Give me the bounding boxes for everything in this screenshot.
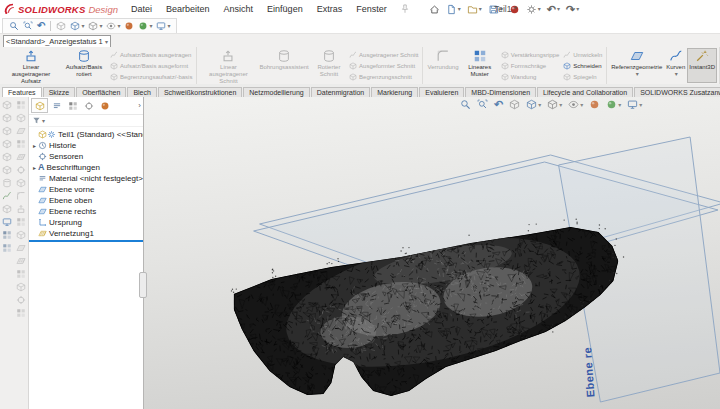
tab-datenmigration[interactable]: Datenmigration	[311, 87, 370, 97]
zoom-fit-button[interactable]	[7, 21, 21, 31]
docked-tool-icon[interactable]	[16, 217, 26, 227]
tree-item-ursprung[interactable]: Ursprung	[29, 217, 143, 228]
docked-tool-icon[interactable]	[2, 126, 12, 136]
docked-tool-icon[interactable]	[2, 165, 12, 175]
docked-tool-icon[interactable]	[16, 191, 26, 201]
section-view-button[interactable]	[506, 99, 523, 110]
tab-solidworks-zusatzanwendungen[interactable]: SOLIDWORKS Zusatzanwendungen	[634, 87, 720, 97]
swept-boss-button[interactable]: Aufsatz/Basis ausgetragen	[110, 51, 192, 59]
expand-arrow-icon[interactable]: ▸	[31, 142, 38, 149]
previous-view-button[interactable]: ↶	[35, 21, 47, 31]
displaymanager-tab[interactable]	[97, 99, 112, 112]
tab-schweißkonstruktionen[interactable]: Schweißkonstruktionen	[158, 87, 242, 97]
menu-fenster[interactable]: Fenster	[349, 4, 394, 14]
docked-tool-icon[interactable]	[2, 152, 12, 162]
revolved-cut-button[interactable]: Rotierter Schnitt	[311, 48, 347, 83]
zoom-area-button[interactable]	[474, 99, 491, 110]
graphics-viewport[interactable]: Ebene re ↶▾▾▾▾▾	[144, 97, 720, 409]
tree-item-ebene[interactable]: Ebene vorne	[29, 184, 143, 195]
tree-item-material[interactable]: Material <nicht festgelegt>	[29, 173, 143, 184]
sketch-tool-icon[interactable]	[2, 191, 12, 201]
docked-tool-icon[interactable]	[16, 230, 26, 240]
tree-item-ebene[interactable]: Ebene rechts	[29, 206, 143, 217]
tab-netzmodellierung[interactable]: Netzmodellierung	[243, 87, 309, 97]
docked-tool-icon[interactable]	[2, 204, 12, 214]
docked-tool-icon[interactable]	[16, 282, 26, 292]
docked-tool-icon[interactable]	[16, 100, 26, 110]
apply-scene-button[interactable]: ▾	[136, 21, 154, 31]
hole-wizard-button[interactable]: Bohrungsassistent	[257, 48, 310, 83]
revolved-boss-button[interactable]: Aufsatz/Basis rotiert	[60, 48, 108, 83]
docked-tool-icon[interactable]	[16, 178, 26, 188]
tree-item-beschriftungen[interactable]: ▸ABeschriftungen	[29, 162, 143, 173]
shell-button[interactable]: Wandung	[501, 73, 559, 81]
docked-tool-icon[interactable]	[2, 230, 12, 240]
screen-capture-icon[interactable]	[2, 217, 12, 227]
curves-button[interactable]: Kurven▾	[664, 48, 687, 83]
docked-tool-icon[interactable]	[16, 204, 26, 214]
reference-geometry-button[interactable]: Referenzgeometrie▾	[609, 48, 664, 83]
configurationmanager-tab[interactable]	[65, 99, 80, 112]
pin-menu-icon[interactable]	[400, 4, 410, 14]
docked-tool-icon[interactable]	[2, 178, 12, 188]
rollback-bar[interactable]	[29, 240, 143, 242]
tree-item-ebene[interactable]: Ebene oben	[29, 195, 143, 206]
docked-tool-icon[interactable]	[16, 126, 26, 136]
docked-tool-icon[interactable]	[16, 256, 26, 266]
tab-evaluieren[interactable]: Evaluieren	[419, 87, 464, 97]
lofted-cut-button[interactable]: Ausgeformter Schnitt	[349, 62, 418, 70]
docked-tool-icon[interactable]	[16, 269, 26, 279]
undo-button[interactable]: ↶▾	[544, 3, 563, 16]
mirror-button[interactable]: Spiegeln	[563, 73, 602, 81]
tree-filter[interactable]: ▾	[29, 115, 143, 127]
docked-tool-icon[interactable]	[2, 100, 12, 110]
view-orientation-button[interactable]: ▾	[523, 99, 544, 110]
expand-tabs-icon[interactable]: ›	[138, 101, 141, 110]
dimxpertmanager-tab[interactable]	[81, 99, 96, 112]
docked-tool-icon[interactable]	[16, 243, 26, 253]
docked-tool-icon[interactable]	[16, 165, 26, 175]
new-document-button[interactable]: ▾	[443, 3, 464, 16]
wrap-button[interactable]: Umwickeln	[563, 51, 602, 59]
tree-item-vernetzung1[interactable]: Vernetzung1	[29, 228, 143, 239]
docked-tool-icon[interactable]	[2, 113, 12, 123]
display-style-button[interactable]: ▾	[86, 21, 104, 31]
tab-blech[interactable]: Blech	[127, 87, 157, 97]
apply-scene-button[interactable]: ▾	[603, 99, 624, 110]
menu-bearbeiten[interactable]: Bearbeiten	[159, 4, 217, 14]
docked-tool-icon[interactable]	[16, 152, 26, 162]
extruded-boss-button[interactable]: Linear ausgetragener Aufsatz	[2, 48, 60, 83]
menu-extras[interactable]: Extras	[310, 4, 350, 14]
linear-pattern-button[interactable]: Lineares Muster	[461, 48, 499, 83]
section-view-button[interactable]	[54, 21, 68, 31]
hide-show-button[interactable]: ▾	[565, 99, 586, 110]
tree-item-sensoren[interactable]: Sensoren	[29, 151, 143, 162]
hide-show-button[interactable]: ▾	[104, 21, 122, 31]
tree-item-teil1[interactable]: Teil1 (Standard) <<Standard>_An	[29, 129, 143, 140]
fillet-button[interactable]: Verrundung	[425, 48, 460, 83]
edit-appearance-button[interactable]	[122, 21, 136, 31]
home-button[interactable]	[426, 3, 443, 16]
tree-item-historie[interactable]: ▸Historie	[29, 140, 143, 151]
featuremanager-tab[interactable]	[31, 98, 48, 113]
menu-ansicht[interactable]: Ansicht	[217, 4, 261, 14]
panel-splitter-handle[interactable]	[139, 272, 147, 298]
display-style-button[interactable]: ▾	[544, 99, 565, 110]
swept-cut-button[interactable]: Ausgetragener Schnitt	[349, 51, 418, 59]
draft-button[interactable]: Formschräge	[501, 62, 559, 70]
tab-markierung[interactable]: Markierung	[371, 87, 418, 97]
lofted-boss-button[interactable]: Aufsatz/Basis ausgeformt	[110, 62, 192, 70]
boundary-cut-button[interactable]: Begrenzungsschnitt	[349, 73, 418, 81]
rib-button[interactable]: Verstärkungsrippe	[501, 51, 559, 59]
docked-tool-icon[interactable]	[2, 243, 12, 253]
docked-tool-icon[interactable]	[16, 139, 26, 149]
boundary-boss-button[interactable]: Begrenzungsaufsatz/-basis	[110, 73, 192, 81]
docked-tool-icon[interactable]	[2, 139, 12, 149]
view-orientation-button[interactable]: ▾	[68, 21, 86, 31]
options-button[interactable]: ▾	[523, 3, 544, 16]
docked-tool-icon[interactable]	[16, 295, 26, 305]
view-settings-button[interactable]: ▾	[154, 21, 172, 31]
zoom-fit-button[interactable]	[457, 99, 474, 110]
tab-mbd-dimensionen[interactable]: MBD-Dimensionen	[465, 87, 536, 97]
menu-datei[interactable]: Datei	[124, 4, 159, 14]
